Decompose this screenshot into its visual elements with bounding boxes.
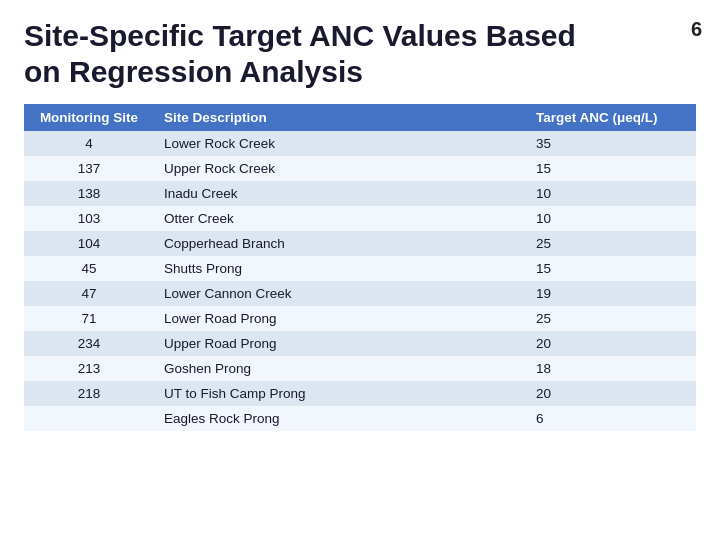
- cell-description: Otter Creek: [154, 206, 526, 231]
- cell-site: 47: [24, 281, 154, 306]
- table-row: 234Upper Road Prong20: [24, 331, 696, 356]
- cell-description: Lower Rock Creek: [154, 131, 526, 156]
- cell-description: Copperhead Branch: [154, 231, 526, 256]
- cell-description: Goshen Prong: [154, 356, 526, 381]
- cell-anc: 35: [526, 131, 696, 156]
- data-table: Monitoring Site Site Description Target …: [24, 104, 696, 431]
- table-row: 45Shutts Prong15: [24, 256, 696, 281]
- cell-site: [24, 406, 154, 431]
- cell-description: Lower Cannon Creek: [154, 281, 526, 306]
- cell-anc: 10: [526, 206, 696, 231]
- cell-anc: 20: [526, 381, 696, 406]
- cell-description: Upper Road Prong: [154, 331, 526, 356]
- cell-site: 71: [24, 306, 154, 331]
- page-title: Site-Specific Target ANC Values Based on…: [24, 18, 666, 90]
- table-row: 47Lower Cannon Creek19: [24, 281, 696, 306]
- cell-description: Inadu Creek: [154, 181, 526, 206]
- table-header-row: Monitoring Site Site Description Target …: [24, 104, 696, 131]
- cell-site: 104: [24, 231, 154, 256]
- cell-anc: 25: [526, 231, 696, 256]
- cell-description: Lower Road Prong: [154, 306, 526, 331]
- cell-anc: 19: [526, 281, 696, 306]
- col-header-anc: Target ANC (μeq/L): [526, 104, 696, 131]
- cell-site: 213: [24, 356, 154, 381]
- cell-site: 218: [24, 381, 154, 406]
- cell-site: 4: [24, 131, 154, 156]
- cell-site: 45: [24, 256, 154, 281]
- table-row: 103Otter Creek10: [24, 206, 696, 231]
- cell-anc: 15: [526, 256, 696, 281]
- col-header-description: Site Description: [154, 104, 526, 131]
- table-row: 213Goshen Prong18: [24, 356, 696, 381]
- table-row: 218UT to Fish Camp Prong20: [24, 381, 696, 406]
- table-row: 71Lower Road Prong25: [24, 306, 696, 331]
- col-header-site: Monitoring Site: [24, 104, 154, 131]
- cell-description: Eagles Rock Prong: [154, 406, 526, 431]
- cell-anc: 10: [526, 181, 696, 206]
- cell-anc: 25: [526, 306, 696, 331]
- table-row: Eagles Rock Prong6: [24, 406, 696, 431]
- cell-anc: 6: [526, 406, 696, 431]
- cell-site: 234: [24, 331, 154, 356]
- cell-anc: 20: [526, 331, 696, 356]
- table-row: 4Lower Rock Creek35: [24, 131, 696, 156]
- table-row: 104Copperhead Branch25: [24, 231, 696, 256]
- cell-anc: 18: [526, 356, 696, 381]
- cell-site: 103: [24, 206, 154, 231]
- cell-site: 137: [24, 156, 154, 181]
- table-row: 138Inadu Creek10: [24, 181, 696, 206]
- cell-description: Shutts Prong: [154, 256, 526, 281]
- cell-description: UT to Fish Camp Prong: [154, 381, 526, 406]
- cell-anc: 15: [526, 156, 696, 181]
- cell-site: 138: [24, 181, 154, 206]
- page: 6 Site-Specific Target ANC Values Based …: [0, 0, 720, 540]
- cell-description: Upper Rock Creek: [154, 156, 526, 181]
- table-row: 137Upper Rock Creek15: [24, 156, 696, 181]
- page-number: 6: [691, 18, 702, 41]
